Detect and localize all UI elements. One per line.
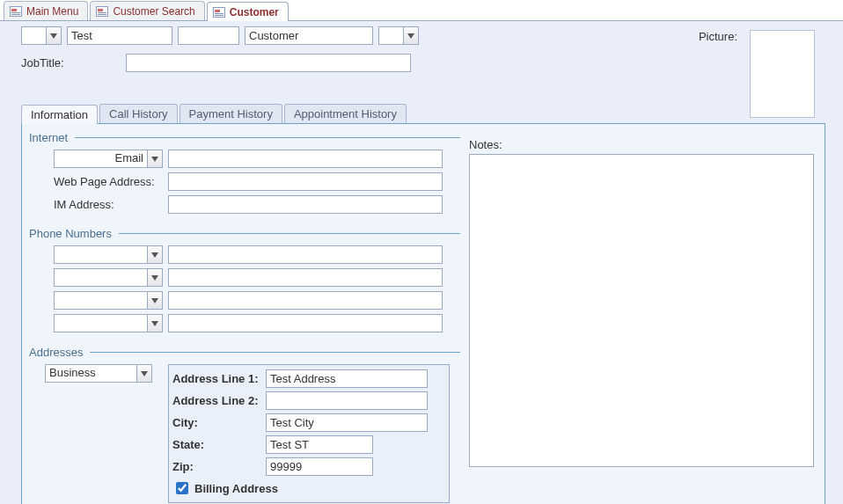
addr-line1-input[interactable] [266,369,428,388]
tab-information[interactable]: Information [21,105,98,124]
addr-city-label: City: [172,416,260,429]
addr-zip-label: Zip: [172,460,260,473]
phone-type-dropdown[interactable] [54,291,163,310]
section-addresses: Addresses Business Address Line 1: [29,346,460,503]
form-area: Picture: JobTitle: Information Call Hist… [0,21,843,504]
email-input[interactable] [168,150,443,168]
notes-area: Notes: [469,138,814,467]
title-dropdown[interactable] [21,26,62,45]
addr-line2-label: Address Line 2: [172,394,260,407]
first-name-input[interactable] [67,26,172,45]
chrome-tab-customer-search[interactable]: Customer Search [90,1,204,20]
chrome-tab-main-menu[interactable]: Main Menu [4,1,88,20]
phone-row [54,314,460,332]
detail-tab-bar: Information Call History Payment History… [21,104,834,123]
addr-state-label: State: [172,438,260,451]
phone-type-dropdown[interactable] [54,268,163,287]
tab-payment-history[interactable]: Payment History [180,104,282,123]
tab-appointment-history[interactable]: Appointment History [284,104,407,123]
form-icon [10,6,22,17]
phone-row [54,291,460,310]
chrome-tab-label: Customer [230,6,279,18]
im-label: IM Address: [54,198,163,211]
phone-input[interactable] [168,314,443,332]
notes-textarea[interactable] [469,154,814,467]
chevron-down-icon [136,365,151,382]
chevron-down-icon [147,269,162,286]
phone-type-dropdown[interactable] [54,245,163,264]
addr-city-input[interactable] [266,413,428,432]
form-icon [96,6,108,17]
addr-state-input[interactable] [266,435,373,454]
billing-label: Billing Address [194,482,278,495]
section-rule [90,352,460,353]
web-input[interactable] [168,172,443,191]
web-label: Web Page Address: [54,175,163,188]
addr-zip-input[interactable] [266,457,373,476]
middle-name-input[interactable] [178,26,239,45]
section-title: Internet [29,131,75,144]
im-input[interactable] [168,195,443,214]
chevron-down-icon [147,150,162,167]
suffix-dropdown[interactable] [378,26,419,45]
section-phones: Phone Numbers [29,227,460,337]
chevron-down-icon [147,292,162,309]
billing-checkbox-row[interactable]: Billing Address [172,479,440,497]
chrome-tab-label: Customer Search [113,5,194,18]
phone-input[interactable] [168,268,443,287]
addr-line2-input[interactable] [266,391,428,410]
phone-input[interactable] [168,291,443,310]
section-title: Phone Numbers [29,227,119,240]
chrome-tab-bar: Main Menu Customer Search Customer [0,0,843,21]
phone-row [54,245,460,264]
notes-label: Notes: [469,138,814,151]
jobtitle-label: JobTitle: [21,56,64,69]
phone-input[interactable] [168,245,443,264]
jobtitle-input[interactable] [126,54,411,72]
addr-line1-label: Address Line 1: [172,372,260,385]
section-rule [119,233,460,234]
section-title: Addresses [29,346,90,359]
address-panel: Address Line 1: Address Line 2: City: [168,364,450,503]
section-internet: Internet Email Web Page Address: [29,131,460,218]
phone-type-dropdown[interactable] [54,314,163,332]
email-type-dropdown[interactable]: Email [54,150,163,168]
tab-call-history[interactable]: Call History [99,104,177,123]
detail-body: Internet Email Web Page Address: [21,123,825,504]
chrome-tab-label: Main Menu [26,5,78,18]
chevron-down-icon [403,27,418,44]
chrome-tab-customer[interactable]: Customer [207,2,289,21]
chevron-down-icon [147,246,162,263]
jobtitle-row: JobTitle: [21,54,834,72]
chevron-down-icon [46,27,61,44]
section-rule [75,137,460,138]
address-type-dropdown[interactable]: Business [45,364,152,383]
phone-row [54,268,460,287]
chevron-down-icon [147,315,162,332]
picture-label: Picture: [699,30,737,43]
last-name-input[interactable] [245,26,373,45]
billing-checkbox[interactable] [176,482,188,494]
form-icon [213,7,225,18]
